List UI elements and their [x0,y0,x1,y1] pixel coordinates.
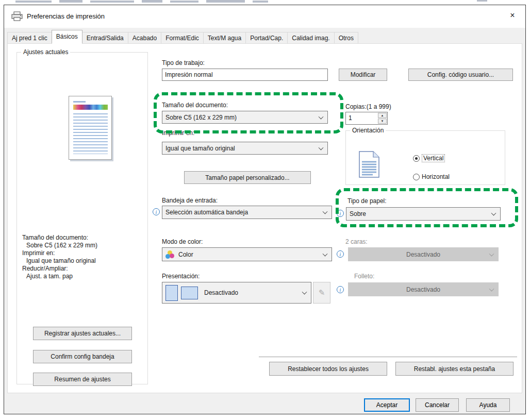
background-text-fragment [142,0,162,3]
custom-paper-size-button[interactable]: Tamaño papel personalizado... [184,171,311,184]
spinner-up-icon[interactable]: ▲ [378,113,387,118]
two-sided-select: Desactivado [348,247,499,261]
tab-format-edic[interactable]: Format/Edic [161,32,204,44]
radio-selected-dot [415,157,418,160]
settings-summary-button[interactable]: Resumen de ajustes [33,373,132,386]
user-code-config-button[interactable]: Config. código usuario... [408,69,513,81]
confirm-tray-config-button[interactable]: Confirm config bandeja [33,350,132,363]
modify-button[interactable]: Modificar [339,69,387,81]
summary-print-on-value: Igual que tamaño original [22,257,145,265]
chevron-down-icon [491,211,496,216]
chevron-down-icon [319,145,324,150]
presentation-select[interactable]: Desactivado [162,282,311,304]
radio-vertical-label[interactable]: Vertical [422,154,445,162]
background-text-fragment [170,1,198,3]
booklet-info-icon[interactable]: i [337,286,344,293]
tab-basicos[interactable]: Básicos [52,30,82,44]
summary-scale-value: Ajust. a tam. pap [22,273,145,280]
job-type-input[interactable] [162,69,328,81]
magenta-ball [170,254,174,258]
paper-type-info-icon[interactable]: i [337,210,344,217]
cancel-button[interactable]: Cancelar [416,398,459,412]
background-text-fragment [15,1,52,3]
window-title: Preferencias de impresión [27,12,105,20]
presentation-label: Presentación: [162,273,200,280]
paper-type-select[interactable]: Sobre [346,207,501,221]
help-button[interactable]: Ayuda [466,398,510,412]
background-text-fragment [477,0,487,2]
color-mode-select[interactable]: Color [162,247,332,261]
input-tray-label: Bandeja de entrada: [162,197,218,204]
printer-icon [11,11,23,22]
background-text-fragment [206,0,245,3]
input-tray-info-icon[interactable]: i [153,208,160,215]
presentation-value: Desactivado [204,289,238,296]
print-preferences-dialog: Preferencias de impresión × Aj pred 1 cl… [4,5,526,414]
two-sided-value: Desactivado [406,251,440,258]
tab-otros[interactable]: Otros [334,32,358,44]
color-mode-value: Color [178,251,193,258]
two-sided-label: 2 caras: [345,238,368,245]
booklet-label: Folleto: [354,273,374,280]
spinner-down-icon[interactable]: ▼ [378,119,387,124]
copies-label: Copias:(1 a 999) [345,103,391,110]
color-mode-label: Modo de color: [162,238,203,245]
document-size-label: Tamaño del documento: [162,102,228,109]
summary-print-on-label: Imprimir en: [22,249,145,257]
settings-summary: Tamaño del documento: Sobre C5 (162 x 22… [22,234,145,280]
title-bar: Preferencias de impresión × [4,5,525,28]
tab-calidad-imag[interactable]: Calidad imag. [287,32,334,44]
orientation-group-title: Orientación [350,127,386,134]
document-preview [69,96,112,160]
paper-type-label: Tipo de papel: [347,197,387,205]
copies-stepper[interactable]: 1 ▲ ▼ [345,112,388,125]
summary-doc-size-label: Tamaño del documento: [22,234,145,242]
chevron-down-icon [323,251,328,256]
edit-presentation-button: ✎ [313,282,330,304]
reset-all-settings-button[interactable]: Restablecer todos los ajustes [269,362,387,376]
tab-portad-cap[interactable]: Portad/Cap. [245,32,288,44]
orientation-group: Orientación Vertical Horizontal [345,130,505,185]
document-size-value: Sobre C5 (162 x 229 mm) [165,114,237,121]
chevron-down-icon [489,251,494,256]
register-current-settings-button[interactable]: Registrar ajustes actuales... [33,327,132,340]
chevron-down-icon [302,290,307,295]
screenshot-stage: Preferencias de impresión × Aj pred 1 cl… [0,0,530,420]
tab-page-basicos: Ajustes actuales Tamaño del documento: S… [7,43,522,393]
preview-text-lines [73,113,108,154]
accept-button[interactable]: Aceptar [364,398,410,412]
copies-value: 1 [346,112,377,124]
radio-vertical[interactable] [413,155,420,162]
chevron-down-icon [323,209,328,214]
job-type-label: Tipo de trabajo: [162,59,205,66]
booklet-value: Desactivado [406,286,440,293]
pencil-icon: ✎ [319,288,325,297]
print-on-label: Imprimir en: [162,129,194,137]
radio-horizontal[interactable] [413,174,420,180]
tab-aj-pred-1-clic[interactable]: Aj pred 1 clic [7,32,52,44]
booklet-select: Desactivado [348,282,499,296]
tab-entrad-salida[interactable]: Entrad/Salida [82,32,128,44]
layout-portrait-icon [165,285,178,301]
reset-separator [259,357,517,357]
background-text-fragment [59,0,82,3]
layout-landscape-icon [181,287,198,299]
current-settings-group: Ajustes actuales Tamaño del documento: S… [16,52,148,384]
chevron-down-icon [319,114,324,119]
input-tray-select[interactable]: Selección automática bandeja [162,206,332,219]
tab-acabado[interactable]: Acabado [128,32,161,44]
print-on-select[interactable]: Igual que tamaño original [162,142,328,155]
chevron-down-icon [489,286,494,291]
current-settings-group-title: Ajustes actuales [21,48,70,56]
tab-text-m-agua[interactable]: Text/M agua [203,32,246,44]
radio-horizontal-label[interactable]: Horizontal [422,173,450,180]
summary-doc-size-value: Sobre C5 (162 x 229 mm) [22,242,145,249]
input-tray-value: Selección automática bandeja [165,209,248,216]
preview-title-line [73,101,86,103]
document-size-select[interactable]: Sobre C5 (162 x 229 mm) [162,111,328,124]
two-sided-info-icon[interactable]: i [337,250,344,258]
close-icon[interactable]: × [503,8,522,23]
summary-scale-label: Reducir/Ampliar: [22,265,145,273]
copies-spinner: ▲ ▼ [377,112,387,124]
reset-tab-settings-button[interactable]: Restabl. ajustes esta pestaña [395,362,514,376]
